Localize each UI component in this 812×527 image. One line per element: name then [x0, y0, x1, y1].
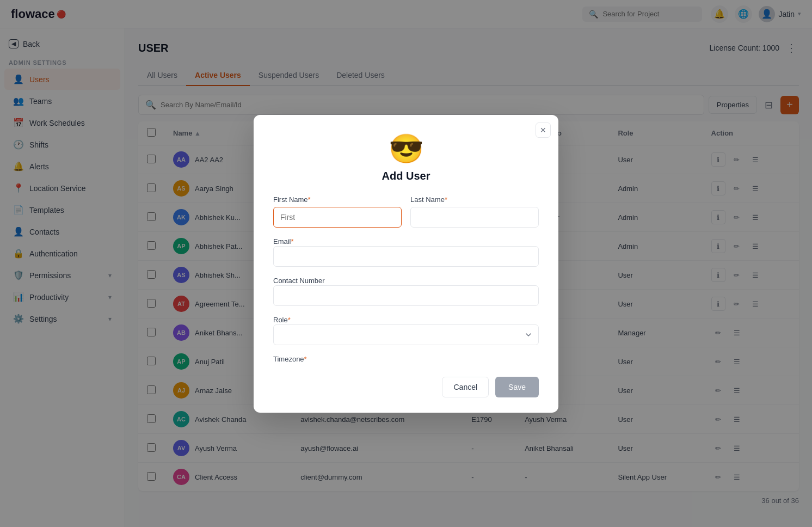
last-name-group: Last Name*	[410, 195, 539, 228]
modal-actions: Cancel Save	[273, 377, 539, 397]
contact-label: Contact Number	[273, 277, 325, 285]
modal-emoji: 😎	[389, 132, 424, 166]
last-name-label: Last Name*	[410, 195, 539, 204]
timezone-group: Timezone*	[273, 354, 539, 364]
email-label: Email*	[273, 237, 294, 246]
modal-title: Add User	[382, 170, 430, 182]
save-button[interactable]: Save	[495, 377, 539, 397]
modal-header: 😎 Add User	[273, 132, 539, 182]
first-name-label: First Name*	[273, 195, 402, 204]
modal-close-button[interactable]: ✕	[536, 122, 551, 138]
email-group: Email*	[273, 236, 539, 267]
modal-overlay[interactable]: ✕ 😎 Add User First Name* Last Name* Emai…	[0, 0, 812, 527]
last-name-input[interactable]	[410, 207, 539, 228]
add-user-modal: ✕ 😎 Add User First Name* Last Name* Emai…	[254, 115, 558, 413]
role-label: Role*	[273, 316, 291, 324]
first-name-group: First Name*	[273, 195, 402, 228]
role-select[interactable]: User Admin Manager Silent App User	[273, 324, 539, 345]
email-input[interactable]	[273, 246, 539, 267]
contact-group: Contact Number	[273, 275, 539, 306]
cancel-button[interactable]: Cancel	[442, 377, 489, 397]
name-row: First Name* Last Name*	[273, 195, 539, 228]
first-name-input[interactable]	[273, 207, 402, 228]
contact-input[interactable]	[273, 285, 539, 306]
role-group: Role* User Admin Manager Silent App User	[273, 315, 539, 345]
timezone-label: Timezone*	[273, 355, 307, 363]
